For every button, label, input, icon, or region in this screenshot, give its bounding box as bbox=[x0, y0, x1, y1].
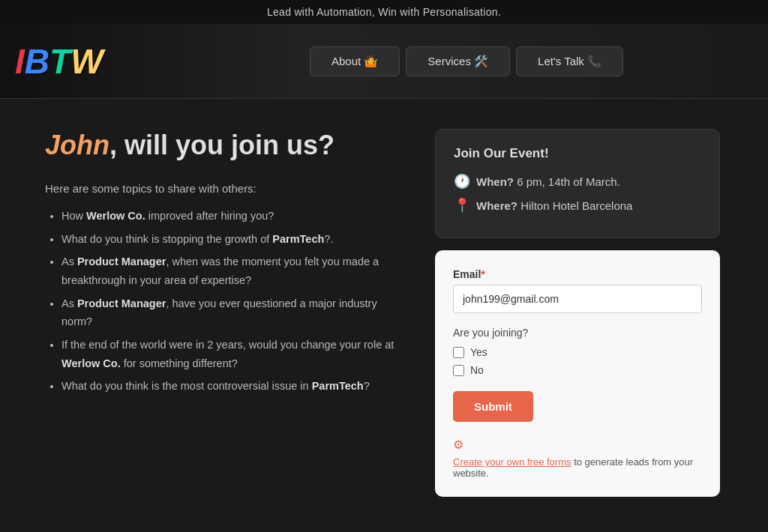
email-field[interactable] bbox=[453, 285, 702, 313]
headline: John, will you join us? bbox=[45, 129, 405, 161]
logo-area: I B T W bbox=[15, 44, 180, 79]
list-item: If the end of the world were in 2 years,… bbox=[62, 336, 405, 372]
nav-about-button[interactable]: About 🤷 bbox=[310, 46, 400, 76]
hubspot-text: Create your own free forms to generate l… bbox=[453, 456, 702, 479]
logo-letter-b: B bbox=[25, 44, 50, 79]
hubspot-link[interactable]: Create your own free forms bbox=[453, 456, 572, 468]
event-title: Join Our Event! bbox=[454, 146, 701, 161]
event-when-label: When? 6 pm, 14th of March. bbox=[476, 175, 620, 188]
list-item: As Product Manager, have you ever questi… bbox=[62, 294, 405, 331]
topics-intro: Here are some topics to share with other… bbox=[45, 182, 405, 195]
bold-parmtech1: ParmTech bbox=[272, 233, 324, 245]
bold-werlow2: Werlow Co. bbox=[62, 357, 121, 369]
tagline: Lead with Automation, Win with Personali… bbox=[267, 6, 501, 18]
main-nav: About 🤷 Services 🛠️ Let's Talk 📞 bbox=[180, 46, 753, 76]
bold-parmtech2: ParmTech bbox=[312, 380, 364, 392]
nav-letstalk-button[interactable]: Let's Talk 📞 bbox=[516, 46, 623, 76]
headline-rest: , will you join us? bbox=[110, 130, 334, 160]
event-card: Join Our Event! 🕐 When? 6 pm, 14th of Ma… bbox=[435, 129, 720, 238]
pin-icon: 📍 bbox=[454, 197, 470, 214]
hubspot-footer: ⚙ Create your own free forms to generate… bbox=[453, 437, 702, 479]
clock-icon: 🕐 bbox=[454, 173, 470, 190]
header: I B T W About 🤷 Services 🛠️ Let's Talk 📞 bbox=[0, 24, 768, 99]
logo-letter-t: T bbox=[50, 44, 70, 79]
logo-letter-w: W bbox=[70, 44, 103, 79]
event-when-bold: When? bbox=[476, 175, 514, 188]
main-content: John, will you join us? Here are some to… bbox=[0, 99, 768, 527]
submit-button[interactable]: Submit bbox=[453, 391, 533, 422]
left-panel: John, will you join us? Here are some to… bbox=[45, 129, 405, 497]
option-no-label: No bbox=[470, 364, 484, 376]
option-yes-label: Yes bbox=[470, 346, 488, 358]
list-item: As Product Manager, when was the moment … bbox=[62, 253, 405, 289]
bold-pm1: Product Manager bbox=[77, 256, 166, 267]
list-item: What do you think is the most controvers… bbox=[62, 377, 405, 396]
logo: I B T W bbox=[15, 44, 104, 79]
bold-werlow: Werlow Co. bbox=[86, 210, 146, 222]
checkbox-no[interactable] bbox=[453, 365, 464, 376]
option-no[interactable]: No bbox=[453, 364, 702, 376]
joining-label: Are you joining? bbox=[453, 327, 702, 339]
checkbox-yes[interactable] bbox=[453, 347, 464, 358]
right-panel: Join Our Event! 🕐 When? 6 pm, 14th of Ma… bbox=[435, 129, 720, 497]
topics-list: How Werlow Co. improved after hiring you… bbox=[45, 207, 405, 396]
logo-letter-i: I bbox=[15, 44, 25, 79]
event-where-label: Where? Hilton Hotel Barcelona bbox=[476, 199, 632, 212]
event-where: 📍 Where? Hilton Hotel Barcelona bbox=[454, 197, 701, 214]
nav-about-label: About 🤷 bbox=[332, 55, 378, 68]
bold-pm2: Product Manager bbox=[77, 297, 166, 309]
event-where-bold: Where? bbox=[476, 199, 518, 212]
top-bar: Lead with Automation, Win with Personali… bbox=[0, 0, 768, 24]
list-item: How Werlow Co. improved after hiring you… bbox=[62, 207, 405, 226]
form-card: Email* Are you joining? Yes No Submit ⚙ bbox=[435, 250, 720, 497]
event-where-value: Hilton Hotel Barcelona bbox=[520, 199, 632, 212]
nav-services-label: Services 🛠️ bbox=[428, 55, 488, 68]
required-indicator: * bbox=[481, 268, 484, 280]
list-item: What do you think is stopping the growth… bbox=[62, 230, 405, 249]
email-label: Email* bbox=[453, 268, 702, 280]
submit-label: Submit bbox=[474, 400, 512, 413]
event-when-value: 6 pm, 14th of March. bbox=[517, 175, 620, 188]
nav-services-button[interactable]: Services 🛠️ bbox=[406, 46, 510, 76]
nav-letstalk-label: Let's Talk 📞 bbox=[538, 55, 602, 68]
event-when: 🕐 When? 6 pm, 14th of March. bbox=[454, 173, 701, 190]
option-yes[interactable]: Yes bbox=[453, 346, 702, 358]
hubspot-icon: ⚙ bbox=[453, 438, 464, 452]
headline-name: John bbox=[45, 130, 110, 160]
joining-radio-group: Yes No bbox=[453, 346, 702, 376]
